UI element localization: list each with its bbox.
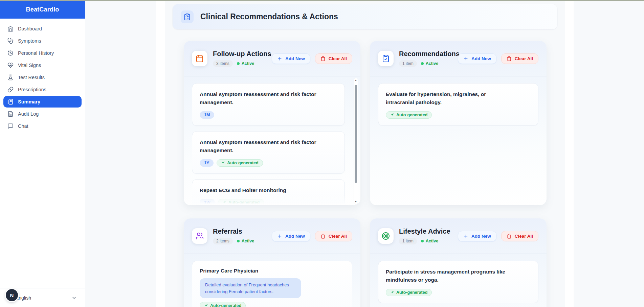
add-new-label: Add New [285,56,305,61]
sidebar-item-personal-history[interactable]: Personal History [3,47,82,59]
card-heading: Referrals 2 items Active [213,228,254,244]
notebook-icon [7,99,14,105]
item-text: Annual symptom reassessment and risk fac… [200,138,321,155]
sidebar-item-label: Summary [18,99,40,104]
plus-icon [277,56,282,61]
status-label: Active [242,61,254,66]
follow-up-list: Annual symptom reassessment and risk fac… [192,83,345,204]
recommendations-list: Evaluate for hypertension, migraines, or… [378,83,538,126]
scroll-down-arrow[interactable]: ▼ [354,200,358,204]
status-badge: Active [237,239,254,243]
card-title: Referrals [213,228,254,235]
clear-all-button[interactable]: Clear All [501,231,538,241]
chevron-down-icon [71,295,77,301]
auto-generated-badge: Auto-generated [386,289,432,296]
card-meta: 1 item Active [399,60,452,67]
trash-icon [507,56,512,61]
card-header: Lifestyle Advice 1 item Active Ad [370,218,547,254]
flask-icon [7,74,14,80]
auto-generated-badge: Auto-generated [217,159,263,167]
status-label: Active [426,239,439,243]
sparkle-icon [204,304,208,307]
window-top-border [0,0,644,1]
card-body: Annual symptom reassessment and risk fac… [184,76,360,204]
clear-all-button[interactable]: Clear All [501,53,538,64]
sidebar-item-test-results[interactable]: Test Results [3,72,82,83]
sidebar-nav: Dashboard Symptoms Personal History Vita… [0,19,85,132]
status-dot [237,62,240,65]
items-count-badge: 1 item [399,60,417,67]
duration-badge: 1W [200,199,215,204]
target-icon [378,228,394,244]
clear-all-label: Clear All [515,56,533,61]
clipboard-list-icon [181,10,194,23]
list-item[interactable]: Primary Care Physician Detailed evaluati… [192,261,352,307]
card-actions: Add New Clear All [458,231,538,241]
sidebar-item-dashboard[interactable]: Dashboard [3,23,82,34]
sidebar-item-label: Chat [18,123,28,129]
card-heading: Recommendations 1 item Active [399,50,452,67]
add-new-button[interactable]: Add New [458,53,496,64]
auto-generated-label: Auto-generated [228,200,260,204]
item-badges: Auto-generated [200,302,345,307]
trash-icon [507,234,512,239]
sidebar-item-label: Prescriptions [18,87,46,92]
trash-icon [320,56,326,61]
add-new-button[interactable]: Add New [272,231,310,241]
list-item[interactable]: Repeat ECG and Holter monitoring 1W Auto… [192,179,345,204]
cards-grid: Follow-up Actions 3 items Active [173,41,557,307]
divider [156,1,165,307]
item-badges: Auto-generated [386,111,531,119]
sidebar-item-vital-signs[interactable]: Vital Signs [3,60,82,71]
plus-icon [463,234,468,239]
plus-icon [277,234,282,239]
clear-all-button[interactable]: Clear All [315,53,352,64]
duration-badge: 1M [200,111,214,119]
card-lifestyle-advice: Lifestyle Advice 1 item Active Ad [370,218,547,307]
file-text-icon [7,111,14,117]
status-label: Active [426,61,439,66]
sparkle-icon [221,161,225,165]
list-item[interactable]: Evaluate for hypertension, migraines, or… [378,83,538,126]
history-icon [7,50,14,56]
card-title: Follow-up Actions [213,50,266,58]
list-item[interactable]: Annual symptom reassessment and risk fac… [192,83,345,126]
app-logo: BeatCardio [0,1,85,19]
card-title: Lifestyle Advice [399,228,450,235]
sidebar-item-chat[interactable]: Chat [3,120,82,132]
sidebar-item-prescriptions[interactable]: Prescriptions [3,84,82,95]
scroll-up-arrow[interactable]: ▲ [354,78,358,82]
sidebar: BeatCardio Dashboard Symptoms Personal H… [0,1,85,307]
scrollbar[interactable]: ▲ ▼ [354,78,358,205]
card-referrals: Referrals 2 items Active Add New [184,218,360,307]
clear-all-button[interactable]: Clear All [315,231,352,241]
card-body: Evaluate for hypertension, migraines, or… [370,76,547,126]
stethoscope-icon [7,38,14,44]
scrollbar-thumb[interactable] [355,85,357,183]
calendar-icon [192,51,207,66]
add-new-button[interactable]: Add New [272,53,310,64]
plus-icon [463,56,468,61]
sidebar-item-summary[interactable]: Summary [3,96,82,108]
item-text: Annual symptom reassessment and risk fac… [200,90,321,107]
list-item[interactable]: Participate in stress management program… [378,261,538,303]
card-actions: Add New Clear All [272,231,352,241]
sparkle-icon [390,113,394,117]
auto-generated-badge: Auto-generated [386,111,432,119]
item-badges: 1M [200,111,337,119]
home-icon [7,26,14,32]
sidebar-item-audit-log[interactable]: Audit Log [3,108,82,120]
status-dot [421,62,424,65]
card-body: Primary Care Physician Detailed evaluati… [184,254,360,307]
users-icon [192,228,207,244]
main-area: Clinical Recommendations & Actions Follo… [86,1,644,307]
heart-pulse-icon [7,62,14,68]
list-item[interactable]: Annual symptom reassessment and risk fac… [192,131,345,174]
clipboard-check-icon [378,51,394,66]
sidebar-item-label: Test Results [18,75,45,80]
avatar[interactable]: N [6,289,18,301]
add-new-button[interactable]: Add New [458,231,496,241]
sidebar-item-symptoms[interactable]: Symptoms [3,35,82,47]
auto-generated-label: Auto-generated [210,303,241,307]
card-actions: Add New Clear All [272,53,352,64]
